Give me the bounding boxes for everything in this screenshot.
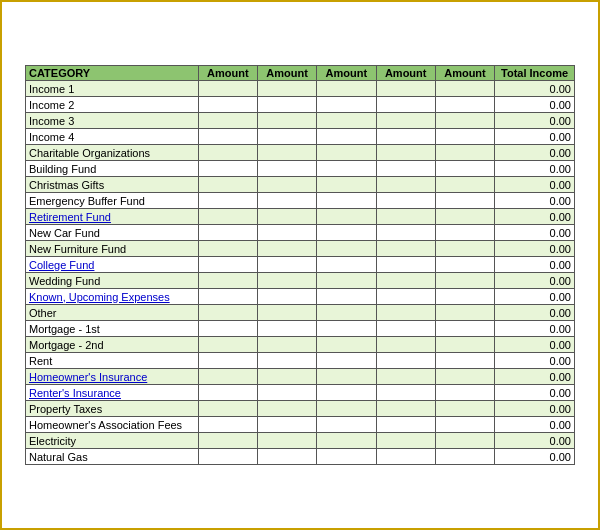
amount-cell-2[interactable] bbox=[257, 81, 316, 97]
amount-cell-4[interactable] bbox=[376, 273, 435, 289]
amount-cell-2[interactable] bbox=[257, 145, 316, 161]
amount-cell-3[interactable] bbox=[317, 321, 376, 337]
amount-cell-4[interactable] bbox=[376, 417, 435, 433]
category-cell[interactable]: College Fund bbox=[26, 257, 199, 273]
amount-cell-2[interactable] bbox=[257, 337, 316, 353]
category-cell[interactable]: Renter's Insurance bbox=[26, 385, 199, 401]
amount-cell-1[interactable] bbox=[198, 129, 257, 145]
amount-cell-3[interactable] bbox=[317, 369, 376, 385]
amount-cell-2[interactable] bbox=[257, 353, 316, 369]
amount-cell-5[interactable] bbox=[435, 81, 494, 97]
amount-cell-1[interactable] bbox=[198, 273, 257, 289]
amount-cell-4[interactable] bbox=[376, 241, 435, 257]
amount-cell-1[interactable] bbox=[198, 433, 257, 449]
amount-cell-4[interactable] bbox=[376, 257, 435, 273]
amount-cell-5[interactable] bbox=[435, 129, 494, 145]
amount-cell-3[interactable] bbox=[317, 193, 376, 209]
amount-cell-5[interactable] bbox=[435, 401, 494, 417]
amount-cell-3[interactable] bbox=[317, 129, 376, 145]
amount-cell-3[interactable] bbox=[317, 145, 376, 161]
amount-cell-3[interactable] bbox=[317, 433, 376, 449]
amount-cell-5[interactable] bbox=[435, 97, 494, 113]
amount-cell-2[interactable] bbox=[257, 257, 316, 273]
amount-cell-4[interactable] bbox=[376, 177, 435, 193]
amount-cell-3[interactable] bbox=[317, 177, 376, 193]
amount-cell-2[interactable] bbox=[257, 289, 316, 305]
amount-cell-1[interactable] bbox=[198, 257, 257, 273]
amount-cell-5[interactable] bbox=[435, 241, 494, 257]
amount-cell-2[interactable] bbox=[257, 193, 316, 209]
amount-cell-4[interactable] bbox=[376, 129, 435, 145]
amount-cell-2[interactable] bbox=[257, 225, 316, 241]
amount-cell-3[interactable] bbox=[317, 337, 376, 353]
amount-cell-5[interactable] bbox=[435, 449, 494, 465]
amount-cell-4[interactable] bbox=[376, 449, 435, 465]
amount-cell-4[interactable] bbox=[376, 97, 435, 113]
amount-cell-4[interactable] bbox=[376, 81, 435, 97]
amount-cell-4[interactable] bbox=[376, 353, 435, 369]
amount-cell-5[interactable] bbox=[435, 273, 494, 289]
amount-cell-5[interactable] bbox=[435, 161, 494, 177]
amount-cell-1[interactable] bbox=[198, 193, 257, 209]
amount-cell-1[interactable] bbox=[198, 177, 257, 193]
category-link[interactable]: Homeowner's Insurance bbox=[29, 371, 147, 383]
amount-cell-3[interactable] bbox=[317, 401, 376, 417]
amount-cell-1[interactable] bbox=[198, 289, 257, 305]
amount-cell-3[interactable] bbox=[317, 417, 376, 433]
amount-cell-2[interactable] bbox=[257, 161, 316, 177]
amount-cell-2[interactable] bbox=[257, 305, 316, 321]
amount-cell-2[interactable] bbox=[257, 209, 316, 225]
amount-cell-2[interactable] bbox=[257, 113, 316, 129]
amount-cell-3[interactable] bbox=[317, 161, 376, 177]
amount-cell-5[interactable] bbox=[435, 113, 494, 129]
amount-cell-5[interactable] bbox=[435, 145, 494, 161]
category-link[interactable]: Known, Upcoming Expenses bbox=[29, 291, 170, 303]
category-cell[interactable]: Known, Upcoming Expenses bbox=[26, 289, 199, 305]
amount-cell-4[interactable] bbox=[376, 113, 435, 129]
amount-cell-1[interactable] bbox=[198, 225, 257, 241]
amount-cell-2[interactable] bbox=[257, 401, 316, 417]
amount-cell-4[interactable] bbox=[376, 321, 435, 337]
amount-cell-1[interactable] bbox=[198, 353, 257, 369]
amount-cell-5[interactable] bbox=[435, 353, 494, 369]
amount-cell-1[interactable] bbox=[198, 305, 257, 321]
amount-cell-3[interactable] bbox=[317, 225, 376, 241]
amount-cell-4[interactable] bbox=[376, 433, 435, 449]
amount-cell-5[interactable] bbox=[435, 305, 494, 321]
amount-cell-1[interactable] bbox=[198, 417, 257, 433]
amount-cell-4[interactable] bbox=[376, 401, 435, 417]
amount-cell-1[interactable] bbox=[198, 337, 257, 353]
category-cell[interactable]: Retirement Fund bbox=[26, 209, 199, 225]
amount-cell-3[interactable] bbox=[317, 209, 376, 225]
category-cell[interactable]: Homeowner's Insurance bbox=[26, 369, 199, 385]
amount-cell-4[interactable] bbox=[376, 193, 435, 209]
amount-cell-4[interactable] bbox=[376, 369, 435, 385]
category-link[interactable]: Renter's Insurance bbox=[29, 387, 121, 399]
amount-cell-1[interactable] bbox=[198, 145, 257, 161]
amount-cell-3[interactable] bbox=[317, 81, 376, 97]
amount-cell-5[interactable] bbox=[435, 289, 494, 305]
amount-cell-2[interactable] bbox=[257, 417, 316, 433]
amount-cell-5[interactable] bbox=[435, 177, 494, 193]
amount-cell-1[interactable] bbox=[198, 385, 257, 401]
amount-cell-5[interactable] bbox=[435, 417, 494, 433]
amount-cell-2[interactable] bbox=[257, 177, 316, 193]
amount-cell-3[interactable] bbox=[317, 113, 376, 129]
amount-cell-1[interactable] bbox=[198, 161, 257, 177]
amount-cell-3[interactable] bbox=[317, 273, 376, 289]
amount-cell-4[interactable] bbox=[376, 225, 435, 241]
amount-cell-2[interactable] bbox=[257, 385, 316, 401]
amount-cell-2[interactable] bbox=[257, 241, 316, 257]
amount-cell-1[interactable] bbox=[198, 321, 257, 337]
amount-cell-2[interactable] bbox=[257, 97, 316, 113]
amount-cell-4[interactable] bbox=[376, 289, 435, 305]
amount-cell-3[interactable] bbox=[317, 97, 376, 113]
amount-cell-3[interactable] bbox=[317, 385, 376, 401]
amount-cell-2[interactable] bbox=[257, 273, 316, 289]
amount-cell-5[interactable] bbox=[435, 321, 494, 337]
amount-cell-1[interactable] bbox=[198, 401, 257, 417]
amount-cell-4[interactable] bbox=[376, 337, 435, 353]
amount-cell-5[interactable] bbox=[435, 337, 494, 353]
amount-cell-5[interactable] bbox=[435, 433, 494, 449]
amount-cell-3[interactable] bbox=[317, 257, 376, 273]
